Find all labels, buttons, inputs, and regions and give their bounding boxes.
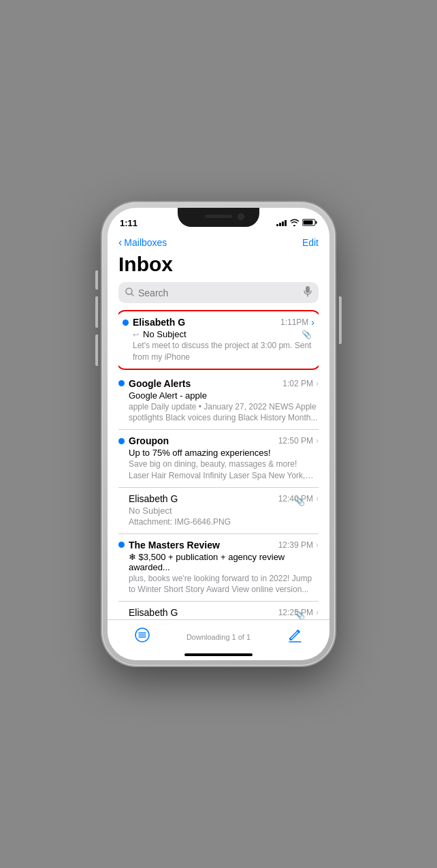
email-meta-3: 12:50 PM ›	[278, 436, 319, 446]
sender-area-2: Google Alerts	[118, 378, 191, 389]
email-meta: 1:11PM ›	[280, 317, 314, 328]
phone-frame: 1:11	[102, 202, 335, 666]
phone-screen: 1:11	[108, 208, 329, 660]
chevron-right-icon: ›	[311, 317, 314, 328]
search-bar[interactable]	[118, 282, 319, 303]
unread-dot-3	[118, 438, 125, 444]
email-row-top: Elisabeth G 1:11PM ›	[123, 317, 314, 328]
svg-rect-5	[306, 286, 310, 293]
download-status: Downloading 1 of 1	[187, 633, 250, 641]
sender-area: Elisabeth G	[123, 317, 185, 328]
svg-rect-1	[316, 221, 317, 223]
email-time: 1:11PM	[280, 317, 308, 327]
email-item-1[interactable]: Elisabeth G 1:11PM › ↩ No Subject 📎 Let'…	[118, 310, 319, 370]
chevron-right-icon-4: ›	[316, 494, 319, 503]
sender-name-4: Elisabeth G	[129, 493, 178, 504]
sender-name-3: Groupon	[129, 435, 169, 446]
camera	[238, 213, 244, 220]
email-row-top-3: Groupon 12:50 PM ›	[118, 435, 319, 446]
email-subject: No Subject	[143, 329, 187, 339]
chevron-right-icon-3: ›	[316, 436, 319, 446]
email-item-2[interactable]: Google Alerts 1:02 PM › Google Alert - a…	[118, 373, 319, 431]
email-subject-5: ❄ $3,500 + publication + agency review a…	[129, 552, 319, 572]
email-list: Elisabeth G 1:11PM › ↩ No Subject 📎 Let'…	[118, 310, 319, 626]
email-row-top-4: Elisabeth G 12:40 PM ›	[118, 493, 319, 504]
speaker	[205, 215, 232, 218]
svg-rect-2	[304, 220, 313, 224]
chevron-right-icon-2: ›	[316, 379, 319, 388]
chevron-right-icon-6: ›	[316, 608, 319, 617]
attachment-icon-4: 📎	[294, 496, 305, 506]
attachment-icon: 📎	[302, 330, 314, 339]
search-input[interactable]	[138, 288, 300, 298]
notch	[178, 208, 259, 227]
reply-arrow-icon: ↩	[133, 330, 139, 339]
email-row-top-2: Google Alerts 1:02 PM ›	[118, 378, 319, 389]
mute-button	[95, 270, 98, 290]
microphone-icon	[304, 286, 312, 299]
email-meta-2: 1:02 PM ›	[282, 379, 319, 388]
status-icons	[276, 218, 317, 228]
sender-name-5: The Masters Review	[129, 540, 220, 551]
email-row-top-6: Elisabeth G 12:25 PM ›	[118, 607, 319, 618]
email-subject-4: No Subject	[129, 506, 319, 516]
power-button	[339, 296, 342, 344]
unread-dot	[123, 320, 129, 326]
sender-area-4: Elisabeth G	[118, 493, 178, 504]
unread-dot-5	[118, 542, 125, 548]
sender-name-6: Elisabeth G	[129, 607, 178, 618]
svg-line-4	[131, 294, 133, 296]
unread-dot-2	[118, 380, 125, 386]
signal-icon	[276, 219, 287, 226]
chevron-right-icon-5: ›	[316, 540, 319, 550]
volume-up-button	[95, 296, 98, 328]
email-time-3: 12:50 PM	[278, 436, 313, 446]
email-item-4[interactable]: Elisabeth G 12:40 PM › No Subject Attach…	[118, 488, 319, 534]
sender-name-2: Google Alerts	[129, 378, 191, 389]
email-time-2: 1:02 PM	[282, 379, 313, 388]
search-icon	[125, 288, 134, 298]
email-preview-2: apple Daily update • January 27, 2022 NE…	[129, 401, 319, 424]
email-preview-5: plus, books we're looking forward to in …	[129, 573, 319, 596]
email-preview-4: Attachment: IMG-6646.PNG	[129, 516, 319, 528]
back-button[interactable]: ‹ Mailboxes	[118, 236, 167, 249]
filter-button[interactable]	[135, 627, 150, 646]
email-preview-3: Save big on dining, beauty, massages & m…	[129, 459, 319, 482]
attachment-icon-6: 📎	[294, 610, 305, 620]
email-meta-5: 12:39 PM ›	[278, 540, 319, 550]
status-time: 1:11	[120, 218, 137, 228]
sender-name: Elisabeth G	[133, 317, 185, 328]
screen-content: ‹ Mailboxes Edit Inbox	[108, 234, 329, 626]
compose-button[interactable]	[287, 627, 302, 646]
volume-down-button	[95, 335, 98, 366]
back-chevron-icon: ‹	[118, 236, 122, 249]
sender-area-5: The Masters Review	[118, 540, 220, 551]
email-preview: Let's meet to discuss the project at 3:0…	[133, 340, 314, 363]
battery-icon	[302, 219, 317, 228]
nav-bar: ‹ Mailboxes Edit	[118, 234, 319, 251]
sender-area-3: Groupon	[118, 435, 169, 446]
home-indicator	[184, 653, 253, 656]
wifi-icon	[289, 218, 300, 228]
edit-button[interactable]: Edit	[302, 237, 319, 248]
email-row-top-5: The Masters Review 12:39 PM ›	[118, 540, 319, 551]
email-time-5: 12:39 PM	[278, 540, 313, 550]
email-item-5[interactable]: The Masters Review 12:39 PM › ❄ $3,500 +…	[118, 534, 319, 602]
page-title: Inbox	[118, 253, 319, 275]
back-label: Mailboxes	[124, 237, 167, 248]
email-subject-2: Google Alert - apple	[129, 390, 319, 401]
sender-area-6: Elisabeth G	[118, 607, 178, 618]
email-item-3[interactable]: Groupon 12:50 PM › Up to 75% off amazing…	[118, 430, 319, 488]
email-subject-3: Up to 75% off amazing experiences!	[129, 448, 319, 458]
